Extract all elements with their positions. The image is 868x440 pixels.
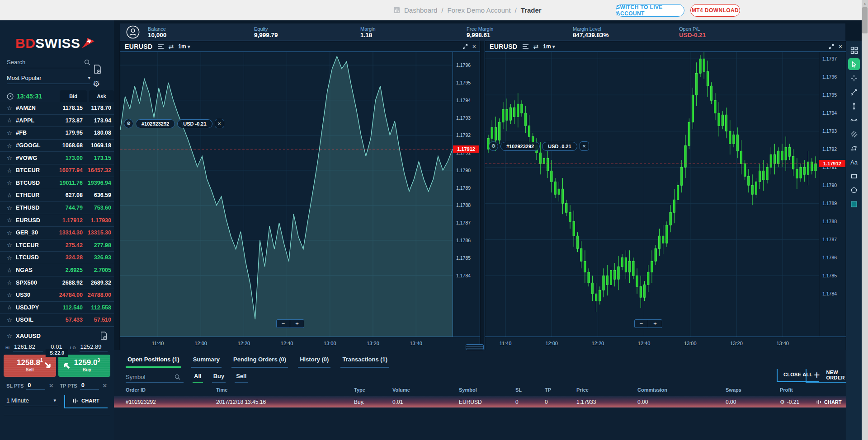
- timeframe-dropdown[interactable]: 1m ▾: [178, 43, 190, 50]
- star-icon[interactable]: ☆: [7, 179, 16, 186]
- ask-price[interactable]: 753.60: [83, 205, 111, 211]
- category-select[interactable]: Most Popular ▾: [7, 72, 90, 84]
- star-icon[interactable]: ☆: [7, 254, 16, 261]
- timeframe-select[interactable]: 1 Minute ▾: [5, 397, 58, 406]
- instrument-row-ethusd[interactable]: ☆ETHUSD744.79753.60: [0, 202, 114, 215]
- instrument-row-ltcusd[interactable]: ☆LTCUSD324.28326.93: [0, 252, 114, 264]
- column-header-symbol[interactable]: Symbol: [459, 387, 515, 393]
- ellipse-icon[interactable]: [848, 184, 860, 196]
- bid-price[interactable]: 57.433: [54, 317, 83, 323]
- crosshair-icon[interactable]: [848, 72, 860, 84]
- time-axis[interactable]: 11:4012:0012:2012:4013:0013:2013:40: [485, 337, 846, 350]
- breadcrumb-item[interactable]: Dashboard: [404, 6, 437, 14]
- bid-price[interactable]: 2.6925: [54, 267, 83, 273]
- open-chart-button[interactable]: CHART: [64, 395, 108, 408]
- clear-sl-icon[interactable]: ✕: [49, 383, 53, 389]
- instrument-row-btcusd[interactable]: ☆BTCUSD19011.7619396.94: [0, 177, 114, 190]
- bid-price[interactable]: 1.17912: [54, 217, 83, 224]
- bid-price[interactable]: 1068.68: [54, 142, 83, 149]
- star-icon[interactable]: ☆: [7, 142, 16, 149]
- bid-price[interactable]: 112.540: [54, 304, 83, 311]
- instrument-row-etheur[interactable]: ☆ETHEUR627.08636.59: [0, 189, 114, 202]
- zoom-out-button[interactable]: −: [277, 320, 290, 328]
- bid-price[interactable]: 19011.76: [54, 180, 83, 186]
- position-order-id[interactable]: #102923292: [500, 142, 540, 151]
- column-header-commission[interactable]: Commission: [637, 387, 726, 393]
- new-order-button[interactable]: + NEW ORDER: [806, 369, 851, 383]
- bid-price[interactable]: 16077.94: [54, 167, 83, 173]
- bid-price[interactable]: 24784.00: [54, 292, 83, 298]
- ask-price[interactable]: 636.59: [83, 192, 111, 198]
- ask-price[interactable]: 16457.32: [83, 167, 111, 173]
- column-header-price[interactable]: Price: [576, 387, 637, 393]
- bid-column-header[interactable]: Bid: [60, 90, 87, 102]
- star-icon[interactable]: ☆: [7, 229, 16, 236]
- panel-resize-handle[interactable]: [466, 344, 484, 350]
- tp-pts-field[interactable]: 0: [80, 382, 99, 390]
- column-header-volume[interactable]: Volume: [392, 387, 459, 393]
- layout-grid-icon[interactable]: [848, 44, 860, 56]
- column-header-tp[interactable]: TP: [545, 387, 576, 393]
- zoom-out-button[interactable]: −: [635, 320, 648, 328]
- mt4-download-button[interactable]: MT4 DOWNLOAD: [690, 4, 740, 17]
- bid-price[interactable]: 13314.30: [54, 229, 83, 236]
- position-row[interactable]: #1029232922017/12/18 13:45:16Buy.0.01EUR…: [114, 396, 846, 408]
- sell-button[interactable]: 1258.81 Sell: [4, 355, 56, 377]
- breadcrumb-item[interactable]: Forex Demo Account: [448, 6, 511, 14]
- ask-column-header[interactable]: Ask: [89, 90, 114, 102]
- star-icon[interactable]: ☆: [7, 205, 16, 211]
- star-icon[interactable]: ☆: [7, 332, 16, 339]
- tab-summary[interactable]: Summary: [191, 356, 222, 368]
- ask-price[interactable]: 57.510: [83, 317, 111, 323]
- bid-price[interactable]: 324.28: [54, 254, 83, 261]
- star-icon[interactable]: ☆: [7, 242, 16, 248]
- column-header-order-id[interactable]: Order ID: [126, 387, 216, 393]
- column-header-type[interactable]: Type: [354, 387, 392, 393]
- compare-symbols-icon[interactable]: ⇄: [169, 43, 174, 50]
- sl-pts-field[interactable]: 0: [26, 382, 45, 390]
- chart-menu-icon[interactable]: [157, 44, 164, 49]
- scrollbar-thumb[interactable]: [862, 7, 868, 33]
- tab-pending-orders-[interactable]: Pending Orders (0): [231, 356, 288, 368]
- close-chart-icon[interactable]: ×: [472, 43, 476, 50]
- star-icon[interactable]: ☆: [7, 105, 16, 112]
- position-settings-icon[interactable]: ⚙: [780, 399, 785, 405]
- price-axis[interactable]: 1.17961.17951.17941.17931.17921.17911.17…: [453, 52, 480, 337]
- bid-price[interactable]: 173.00: [54, 155, 83, 161]
- instrument-row-us30[interactable]: ☆US3024784.0024788.00: [0, 289, 114, 302]
- ask-price[interactable]: 24788.00: [83, 292, 111, 298]
- parallel-lines-icon[interactable]: [848, 128, 860, 140]
- page-scrollbar[interactable]: ▲: [862, 0, 868, 440]
- timeframe-dropdown[interactable]: 1m ▾: [543, 43, 555, 50]
- close-position-icon[interactable]: ×: [580, 141, 589, 151]
- star-icon[interactable]: ☆: [7, 167, 16, 174]
- filter-sell[interactable]: Sell: [235, 373, 248, 383]
- tab-history-[interactable]: History (0): [298, 356, 330, 368]
- column-header-profit[interactable]: Profit: [780, 387, 816, 393]
- ask-price[interactable]: 2.7005: [83, 267, 111, 273]
- row-chart-button[interactable]: CHART: [816, 399, 842, 405]
- instrument-row-eurusd[interactable]: ☆EURUSD1.179121.17930: [0, 214, 114, 227]
- instrument-row-spx500[interactable]: ☆SPX5002688.922689.32: [0, 276, 114, 289]
- ask-price[interactable]: 173.15: [83, 155, 111, 161]
- position-pl[interactable]: USD -0.21: [542, 142, 577, 151]
- instrument-row-ltceur[interactable]: ☆LTCEUR275.42277.98: [0, 239, 114, 252]
- polygon-icon[interactable]: [848, 142, 860, 154]
- star-icon[interactable]: ☆: [7, 304, 16, 311]
- bid-price[interactable]: 627.08: [54, 192, 83, 198]
- bid-price[interactable]: 179.95: [54, 130, 83, 136]
- bid-price[interactable]: 275.42: [54, 242, 83, 248]
- star-icon[interactable]: ☆: [7, 279, 16, 286]
- switch-to-live-account-button[interactable]: SWITCH TO LIVE ACCOUNT: [616, 4, 684, 17]
- column-header-swaps[interactable]: Swaps: [726, 387, 780, 393]
- expand-chart-icon[interactable]: [829, 44, 834, 49]
- buy-button[interactable]: 1259.03 Buy: [58, 355, 111, 377]
- ask-price[interactable]: 1178.70: [83, 105, 111, 111]
- tab-open-positions-[interactable]: Open Positions (1): [126, 356, 181, 368]
- bid-price[interactable]: 744.79: [54, 205, 83, 211]
- cursor-icon[interactable]: [848, 58, 860, 70]
- instrument-row-usoil[interactable]: ☆USOIL57.43357.510: [0, 314, 114, 327]
- ask-price[interactable]: 1.17930: [83, 217, 111, 224]
- instrument-row-appl[interactable]: ☆#APPL173.87173.94: [0, 115, 114, 127]
- compare-symbols-icon[interactable]: ⇄: [533, 43, 539, 50]
